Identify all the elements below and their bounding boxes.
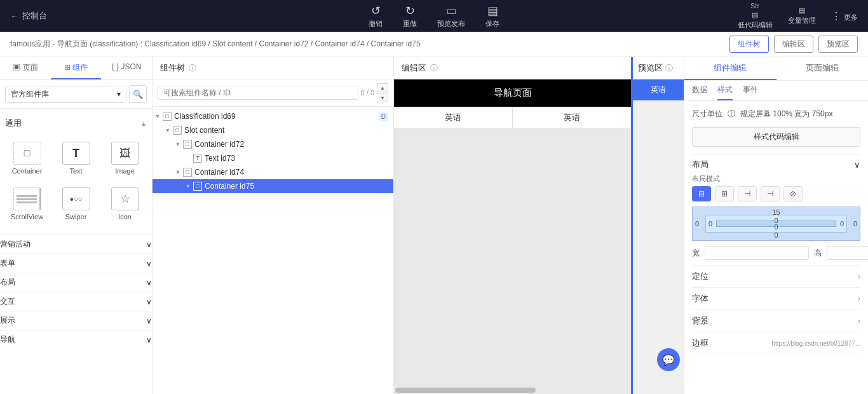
layout-mode-flex-row[interactable]: ⊟ [692,186,711,201]
variable-label: 变量管理 [788,16,816,25]
search-button[interactable]: 🔍 [129,85,147,103]
position-section[interactable]: 定位 › [692,265,860,287]
tree-node-cnt74[interactable]: ▼ □ Container id74 [153,165,393,179]
layout-section-header[interactable]: 布局 ∨ [692,154,860,174]
redo-icon: ↻ [405,4,415,18]
tree-search-bar: 0 / 0 ▲ ▼ [153,79,393,107]
form-expand-icon: ∨ [146,259,152,268]
component-icon[interactable]: ☆ Icon [103,184,147,224]
save-icon: ▤ [487,4,498,18]
lowcode-button[interactable]: Str ▤ 低代码编辑 [738,2,773,30]
background-section[interactable]: 背景 › [692,309,860,332]
interact-expand-icon: ∨ [146,297,152,306]
tree-scroll-down[interactable]: ▼ [377,93,388,102]
nav-tab-2[interactable]: 英语 [513,107,631,128]
back-arrow-icon: ← [10,11,18,21]
tab-json[interactable]: { } JSON [101,57,152,79]
sections-list: 营销活动 ∨ 表单 ∨ 布局 ∨ 交互 ∨ 展示 ∨ 导航 ∨ [0,234,152,349]
edit-area-button[interactable]: 编辑区 [774,36,813,53]
layout-mode-flex-col[interactable]: ⊞ [715,186,734,201]
tree-search-input[interactable] [158,86,358,100]
interact-section[interactable]: 交互 ∨ [0,292,152,311]
redo-button[interactable]: ↻ 重做 [403,4,417,29]
subtab-event[interactable]: 事件 [743,81,758,100]
layout-mode-block[interactable]: ⊣ [761,186,780,201]
subheader: famous应用 - 导航页面 (classification) : Class… [0,32,868,57]
layout-section-item[interactable]: 布局 ∨ [0,273,152,292]
preview-area-button[interactable]: 预览区 [818,36,858,53]
border-section[interactable]: 边框 https://blog.csdn.net/b012877... [692,332,860,353]
tree-scroll-up[interactable]: ▲ [377,83,388,92]
nav-tab-1[interactable]: 英语 [394,107,513,128]
components-label: 组件 [72,63,88,72]
back-button[interactable]: ← 控制台 [10,10,47,22]
layout-mode-inline[interactable]: ⊣ [738,186,757,201]
width-input[interactable] [705,246,809,260]
form-label: 表单 [0,258,15,269]
save-button[interactable]: ▤ 保存 [485,4,499,29]
font-section[interactable]: 字体 › [692,287,860,309]
component-container[interactable]: □ Container [5,138,49,179]
height-input[interactable] [827,246,868,260]
component-scrollview[interactable]: ScrollView [5,184,49,224]
cnt72-label: Container id72 [194,140,388,149]
editor-canvas[interactable]: 导航页面 英语 英语 [394,79,631,386]
chat-bubble-button[interactable]: 💬 [657,348,680,371]
component-tree-button[interactable]: 组件树 [729,36,769,53]
box-model: 15 0 0 0 0 0 0 0 [692,207,860,241]
edit-area-title: 编辑区 [402,62,426,74]
cls69-label: Classification id69 [174,112,376,121]
component-text[interactable]: T Text [54,138,98,179]
scrollview-label: ScrollView [11,213,43,221]
more-button[interactable]: ⋮ 更多 [831,10,858,22]
cnt75-expand-icon: ▼ [183,181,193,191]
tree-node-cls69[interactable]: ▼ □ Classification id69 D [153,109,393,123]
icon-icon: ☆ [111,187,139,210]
component-swiper[interactable]: ●○○ Swiper [54,184,98,224]
tree-node-slot[interactable]: ▼ □ Slot content [153,123,393,137]
json-label: JSON [121,62,142,71]
tab-components[interactable]: ⊞ 组件 [51,57,102,79]
nav-tabs-row: 英语 英语 [394,107,631,129]
breadcrumb: famous应用 - 导航页面 (classification) : Class… [10,39,724,50]
style-code-button[interactable]: 样式代码编辑 [692,127,860,147]
variable-button[interactable]: ▤ 变量管理 [788,6,816,25]
left-tab-bar: ▣ 页面 ⊞ 组件 { } JSON [0,57,152,80]
undo-button[interactable]: ↺ 撤销 [369,4,383,29]
font-expand-icon: › [858,294,860,303]
preview-title: 预览区 [638,62,663,74]
general-label: 通用 [5,118,22,129]
library-dropdown[interactable]: 官方组件库 ▾ [5,86,126,103]
subtab-data[interactable]: 数据 [692,81,707,100]
variable-icon: ▤ [799,6,805,15]
tree-count: 0 / 0 [361,89,374,97]
general-section-header[interactable]: 通用 ▲ [5,114,147,133]
tab-page-edit[interactable]: 页面编辑 [776,57,869,80]
marketing-section[interactable]: 营销活动 ∨ [0,234,152,254]
layout-mode-none[interactable]: ⊘ [783,186,803,201]
nav-section[interactable]: 导航 ∨ [0,330,152,349]
undo-icon: ↺ [371,4,381,18]
form-section[interactable]: 表单 ∨ [0,254,152,273]
component-tree-panel: 组件树 ⓘ 0 / 0 ▲ ▼ ▼ □ Classification id69 … [153,57,394,394]
publish-button[interactable]: ▭ 预览发布 [437,4,465,29]
tab-component-edit[interactable]: 组件编辑 [684,57,776,80]
undo-label: 撤销 [369,19,383,29]
preview-content: 英语 [633,79,684,394]
edit-canvas-area: 编辑区 ⓘ 导航页面 英语 英语 [394,57,633,394]
slot-label: Slot content [184,126,388,135]
tab-pages[interactable]: ▣ 页面 [0,57,51,79]
topbar-center-actions: ↺ 撤销 ↻ 重做 ▭ 预览发布 ▤ 保存 [369,4,499,29]
tree-node-cnt75[interactable]: ▼ □ Container id75 [153,179,393,193]
preview-tab[interactable]: 英语 [633,79,684,100]
tree-node-txt73[interactable]: ▼ T Text id73 [153,151,393,165]
display-section[interactable]: 展示 ∨ [0,311,152,330]
horizontal-scrollbar[interactable] [394,386,631,394]
txt73-label: Text id73 [205,154,388,163]
tree-node-cnt72[interactable]: ▼ □ Container id72 [153,137,393,151]
lowcode-label: 低代码编辑 [738,20,773,30]
margin-right-value: 0 [853,220,857,228]
subtab-style[interactable]: 样式 [717,81,733,100]
component-image[interactable]: 🖼 Image [103,138,147,179]
slot-type-icon: □ [173,126,182,135]
